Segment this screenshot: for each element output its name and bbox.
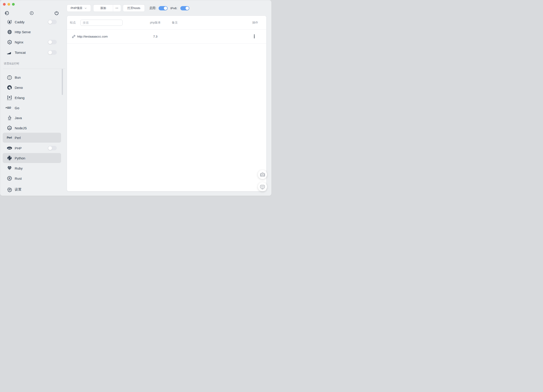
globe-icon xyxy=(7,29,12,35)
sidebar-item-settings[interactable]: 设置 xyxy=(3,184,61,194)
python-icon xyxy=(7,155,12,161)
bun-icon xyxy=(7,75,12,80)
gear-icon xyxy=(7,187,12,192)
svg-text:JS: JS xyxy=(8,127,11,129)
svg-text:G: G xyxy=(9,41,10,43)
app-window: Caddy Http Serve G Nginx Tomcat 语言&运行时 xyxy=(0,0,272,196)
table-row: http://testaaaaccc.com 7.3 xyxy=(67,30,266,43)
sidebar-item-python[interactable]: Python xyxy=(3,153,61,163)
site-url-link[interactable]: http://testaaaaccc.com xyxy=(77,30,108,43)
sidebar: Caddy Http Serve G Nginx Tomcat 语言&运行时 xyxy=(0,0,67,196)
site-php-version: 7.3 xyxy=(145,30,166,43)
erlang-icon: ERLANG xyxy=(7,95,12,100)
sidebar-item-label: Ruby xyxy=(15,166,23,170)
sidebar-item-label: Rust xyxy=(15,177,22,180)
sidebar-item-label: NodeJS xyxy=(15,126,27,130)
project-type-dropdown[interactable]: PHP项目 xyxy=(67,5,91,12)
ruby-gem-icon xyxy=(7,166,12,171)
exit-button[interactable] xyxy=(4,11,9,16)
robot-icon xyxy=(259,183,266,190)
sidebar-item-label: Nginx xyxy=(15,40,23,44)
sidebar-item-label: Erlang xyxy=(15,96,24,100)
logout-arrow-icon xyxy=(4,11,9,16)
sidebar-item-label: 设置 xyxy=(15,188,22,192)
sidebar-item-rust[interactable]: R Rust xyxy=(3,173,61,183)
sidebar-item-tomcat[interactable]: Tomcat xyxy=(3,47,61,57)
sidebar-scrollbar[interactable] xyxy=(62,69,63,95)
java-coffee-icon xyxy=(7,115,12,121)
camera-pin-icon xyxy=(259,171,266,178)
svg-text:php: php xyxy=(8,147,11,149)
open-hosts-button[interactable]: 打开hosts xyxy=(123,5,145,12)
ipv6-toggle[interactable] xyxy=(180,6,189,10)
power-icon xyxy=(54,11,59,16)
sidebar-item-label: Python xyxy=(15,156,25,160)
link-icon xyxy=(72,35,76,39)
row-actions-kebab-button[interactable] xyxy=(251,33,258,40)
svg-text:ERLANG: ERLANG xyxy=(7,99,12,100)
sidebar-item-ruby[interactable]: Ruby xyxy=(3,163,61,173)
add-button[interactable]: 添加 xyxy=(93,5,113,11)
power-button[interactable] xyxy=(54,11,59,16)
caddy-icon xyxy=(7,19,12,25)
sidebar-item-label: Http Serve xyxy=(15,30,31,34)
row-divider xyxy=(67,43,266,44)
sidebar-item-nodejs[interactable]: JS NodeJS xyxy=(3,123,61,133)
svg-text:GO: GO xyxy=(7,106,11,109)
sidebar-item-bun[interactable]: Bun xyxy=(3,72,61,82)
tomcat-toggle[interactable] xyxy=(48,50,57,55)
add-button-group: 添加 ••• xyxy=(93,5,121,12)
project-type-label: PHP项目 xyxy=(71,6,83,10)
caddy-toggle[interactable] xyxy=(48,20,57,24)
sidebar-item-label: PHP xyxy=(15,146,22,150)
sidebar-item-java[interactable]: Java xyxy=(3,113,61,123)
column-header-site: 站点 xyxy=(70,16,76,29)
go-icon: GO xyxy=(6,105,12,110)
sidebar-item-label: Go xyxy=(15,106,19,110)
search-input[interactable] xyxy=(80,20,123,26)
php-icon: php xyxy=(7,145,12,151)
assistant-button[interactable] xyxy=(258,182,267,191)
sidebar-item-label: Java xyxy=(15,116,22,120)
sidebar-item-nginx[interactable]: G Nginx xyxy=(3,37,61,47)
column-header-action: 操作 xyxy=(252,16,258,29)
sites-panel: 站点 php版本 备注 操作 http://testaaaaccc.com 7.… xyxy=(67,16,266,191)
enable-toggle[interactable] xyxy=(158,6,168,10)
add-more-button[interactable]: ••• xyxy=(113,5,121,11)
rust-icon: R xyxy=(7,176,12,181)
deno-icon xyxy=(7,85,12,90)
svg-text:R: R xyxy=(9,177,10,180)
sidebar-item-label: Deno xyxy=(15,86,23,89)
chevron-down-icon xyxy=(84,7,87,10)
sidebar-item-label: Perl xyxy=(15,136,21,140)
enable-toggle-label: 启用: xyxy=(149,5,156,12)
sidebar-divider xyxy=(3,69,65,69)
nginx-toggle[interactable] xyxy=(48,40,57,44)
sidebar-item-label: Bun xyxy=(15,76,21,79)
sidebar-item-php[interactable]: php PHP xyxy=(3,143,61,153)
sidebar-item-deno[interactable]: Deno xyxy=(3,83,61,93)
ipv6-toggle-label: IPv6: xyxy=(170,5,177,12)
sidebar-item-erlang[interactable]: ERLANG Erlang xyxy=(3,93,61,103)
sidebar-section-label: 语言&运行时 xyxy=(4,62,19,66)
sidebar-item-label: Caddy xyxy=(15,20,24,24)
column-header-note: 备注 xyxy=(165,16,184,29)
tomcat-cat-icon xyxy=(7,50,12,55)
clock-icon xyxy=(29,11,34,16)
table-header: 站点 php版本 备注 操作 xyxy=(67,16,266,29)
sidebar-item-caddy[interactable]: Caddy xyxy=(3,17,61,27)
sidebar-item-http-serve[interactable]: Http Serve xyxy=(3,27,61,37)
nginx-icon: G xyxy=(7,39,12,45)
column-header-php-version: php版本 xyxy=(145,16,166,29)
sidebar-item-label: Tomcat xyxy=(15,51,26,55)
history-button[interactable] xyxy=(29,11,34,16)
php-toggle[interactable] xyxy=(48,146,57,150)
sidebar-item-go[interactable]: GO Go xyxy=(3,103,61,113)
sidebar-item-perl[interactable]: Perl Perl xyxy=(3,133,61,143)
perl-text-icon: Perl xyxy=(7,135,12,140)
nodejs-icon: JS xyxy=(7,125,12,131)
screenshot-button[interactable] xyxy=(258,170,267,179)
